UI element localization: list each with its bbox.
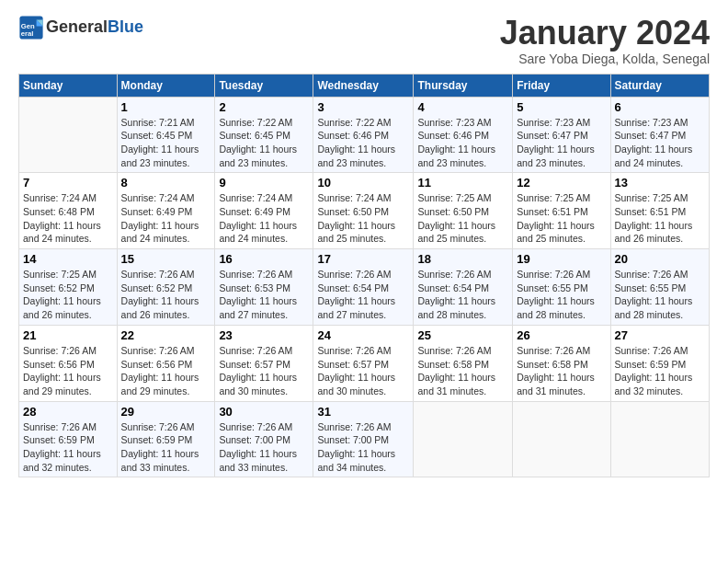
day-info: Sunrise: 7:24 AMSunset: 6:49 PMDaylight:… xyxy=(219,191,309,246)
svg-text:eral: eral xyxy=(21,29,34,38)
day-info: Sunrise: 7:25 AMSunset: 6:52 PMDaylight:… xyxy=(23,268,113,322)
day-info: Sunrise: 7:26 AMSunset: 6:59 PMDaylight:… xyxy=(121,420,211,475)
calendar-cell: 1Sunrise: 7:21 AMSunset: 6:45 PMDaylight… xyxy=(117,97,215,173)
calendar-cell: 22Sunrise: 7:26 AMSunset: 6:56 PMDayligh… xyxy=(117,325,215,401)
location-subtitle: Sare Yoba Diega, Kolda, Senegal xyxy=(500,52,710,66)
calendar-cell: 3Sunrise: 7:22 AMSunset: 6:46 PMDaylight… xyxy=(313,97,414,173)
day-number: 15 xyxy=(121,252,211,266)
logo: Gen eral GeneralBlue xyxy=(18,15,143,40)
day-info: Sunrise: 7:26 AMSunset: 6:54 PMDaylight:… xyxy=(317,268,409,322)
day-info: Sunrise: 7:22 AMSunset: 6:46 PMDaylight:… xyxy=(317,116,409,170)
calendar-cell: 30Sunrise: 7:26 AMSunset: 7:00 PMDayligh… xyxy=(215,401,313,477)
calendar-cell: 10Sunrise: 7:24 AMSunset: 6:50 PMDayligh… xyxy=(313,173,414,249)
calendar-cell: 18Sunrise: 7:26 AMSunset: 6:54 PMDayligh… xyxy=(414,249,513,326)
calendar-cell: 2Sunrise: 7:22 AMSunset: 6:45 PMDaylight… xyxy=(215,97,313,173)
calendar-cell xyxy=(19,97,118,173)
calendar-cell xyxy=(414,401,513,477)
calendar-cell: 25Sunrise: 7:26 AMSunset: 6:58 PMDayligh… xyxy=(414,325,513,401)
page: Gen eral GeneralBlue January 2024 Sare Y… xyxy=(0,0,728,487)
calendar-cell: 21Sunrise: 7:26 AMSunset: 6:56 PMDayligh… xyxy=(19,325,118,401)
weekday-header-friday: Friday xyxy=(513,74,610,97)
logo-general-text: General xyxy=(46,17,108,36)
day-number: 29 xyxy=(121,405,211,419)
logo-text: GeneralBlue xyxy=(46,18,143,37)
day-info: Sunrise: 7:24 AMSunset: 6:50 PMDaylight:… xyxy=(317,191,409,246)
day-number: 22 xyxy=(121,328,211,342)
calendar-cell: 15Sunrise: 7:26 AMSunset: 6:52 PMDayligh… xyxy=(117,249,215,326)
day-number: 28 xyxy=(23,405,113,419)
day-info: Sunrise: 7:26 AMSunset: 7:00 PMDaylight:… xyxy=(317,420,409,475)
calendar-cell: 16Sunrise: 7:26 AMSunset: 6:53 PMDayligh… xyxy=(215,249,313,326)
calendar-week-row: 7Sunrise: 7:24 AMSunset: 6:48 PMDaylight… xyxy=(19,173,710,249)
day-info: Sunrise: 7:25 AMSunset: 6:51 PMDaylight:… xyxy=(615,191,705,246)
day-number: 2 xyxy=(219,100,309,114)
day-info: Sunrise: 7:26 AMSunset: 6:58 PMDaylight:… xyxy=(417,344,508,398)
calendar-cell: 26Sunrise: 7:26 AMSunset: 6:58 PMDayligh… xyxy=(513,325,610,401)
day-number: 24 xyxy=(317,328,409,342)
weekday-header-monday: Monday xyxy=(117,74,215,97)
day-info: Sunrise: 7:26 AMSunset: 6:55 PMDaylight:… xyxy=(615,268,705,322)
calendar-cell: 27Sunrise: 7:26 AMSunset: 6:59 PMDayligh… xyxy=(610,325,709,401)
calendar-cell: 11Sunrise: 7:25 AMSunset: 6:50 PMDayligh… xyxy=(414,173,513,249)
day-info: Sunrise: 7:26 AMSunset: 6:52 PMDaylight:… xyxy=(121,268,211,322)
day-info: Sunrise: 7:24 AMSunset: 6:49 PMDaylight:… xyxy=(121,191,211,246)
day-info: Sunrise: 7:26 AMSunset: 6:59 PMDaylight:… xyxy=(23,420,113,475)
weekday-header-wednesday: Wednesday xyxy=(313,74,414,97)
day-number: 31 xyxy=(317,405,409,419)
day-number: 9 xyxy=(219,176,309,190)
calendar-week-row: 1Sunrise: 7:21 AMSunset: 6:45 PMDaylight… xyxy=(19,97,710,173)
calendar-cell: 4Sunrise: 7:23 AMSunset: 6:46 PMDaylight… xyxy=(414,97,513,173)
day-number: 10 xyxy=(317,176,409,190)
day-info: Sunrise: 7:23 AMSunset: 6:47 PMDaylight:… xyxy=(615,116,705,170)
day-number: 12 xyxy=(517,176,606,190)
day-number: 4 xyxy=(417,100,508,114)
day-number: 23 xyxy=(219,328,309,342)
day-info: Sunrise: 7:26 AMSunset: 6:55 PMDaylight:… xyxy=(517,268,606,322)
weekday-header-sunday: Sunday xyxy=(19,74,118,97)
day-number: 3 xyxy=(317,100,409,114)
weekday-header-row: SundayMondayTuesdayWednesdayThursdayFrid… xyxy=(19,74,710,97)
day-info: Sunrise: 7:25 AMSunset: 6:50 PMDaylight:… xyxy=(417,191,508,246)
calendar-cell xyxy=(513,401,610,477)
day-info: Sunrise: 7:26 AMSunset: 6:56 PMDaylight:… xyxy=(121,344,211,398)
day-info: Sunrise: 7:26 AMSunset: 6:54 PMDaylight:… xyxy=(417,268,508,322)
day-number: 18 xyxy=(417,252,508,266)
calendar-cell: 9Sunrise: 7:24 AMSunset: 6:49 PMDaylight… xyxy=(215,173,313,249)
calendar-cell: 8Sunrise: 7:24 AMSunset: 6:49 PMDaylight… xyxy=(117,173,215,249)
calendar-cell: 14Sunrise: 7:25 AMSunset: 6:52 PMDayligh… xyxy=(19,249,118,326)
day-info: Sunrise: 7:26 AMSunset: 6:58 PMDaylight:… xyxy=(517,344,606,398)
calendar-cell: 23Sunrise: 7:26 AMSunset: 6:57 PMDayligh… xyxy=(215,325,313,401)
title-block: January 2024 Sare Yoba Diega, Kolda, Sen… xyxy=(500,15,710,66)
calendar-cell: 29Sunrise: 7:26 AMSunset: 6:59 PMDayligh… xyxy=(117,401,215,477)
day-info: Sunrise: 7:26 AMSunset: 6:59 PMDaylight:… xyxy=(615,344,705,398)
calendar-table: SundayMondayTuesdayWednesdayThursdayFrid… xyxy=(18,74,710,478)
day-info: Sunrise: 7:26 AMSunset: 6:57 PMDaylight:… xyxy=(317,344,409,398)
day-number: 17 xyxy=(317,252,409,266)
calendar-cell: 31Sunrise: 7:26 AMSunset: 7:00 PMDayligh… xyxy=(313,401,414,477)
day-info: Sunrise: 7:21 AMSunset: 6:45 PMDaylight:… xyxy=(121,116,211,170)
day-number: 30 xyxy=(219,405,309,419)
day-number: 20 xyxy=(615,252,705,266)
logo-icon: Gen eral xyxy=(18,15,44,40)
calendar-cell: 20Sunrise: 7:26 AMSunset: 6:55 PMDayligh… xyxy=(610,249,709,326)
calendar-cell: 17Sunrise: 7:26 AMSunset: 6:54 PMDayligh… xyxy=(313,249,414,326)
month-title: January 2024 xyxy=(500,15,710,52)
day-info: Sunrise: 7:24 AMSunset: 6:48 PMDaylight:… xyxy=(23,191,113,246)
weekday-header-saturday: Saturday xyxy=(610,74,709,97)
calendar-cell: 6Sunrise: 7:23 AMSunset: 6:47 PMDaylight… xyxy=(610,97,709,173)
day-number: 14 xyxy=(23,252,113,266)
day-info: Sunrise: 7:23 AMSunset: 6:46 PMDaylight:… xyxy=(417,116,508,170)
calendar-week-row: 21Sunrise: 7:26 AMSunset: 6:56 PMDayligh… xyxy=(19,325,710,401)
day-info: Sunrise: 7:22 AMSunset: 6:45 PMDaylight:… xyxy=(219,116,309,170)
calendar-cell: 7Sunrise: 7:24 AMSunset: 6:48 PMDaylight… xyxy=(19,173,118,249)
calendar-cell xyxy=(610,401,709,477)
calendar-cell: 24Sunrise: 7:26 AMSunset: 6:57 PMDayligh… xyxy=(313,325,414,401)
day-number: 26 xyxy=(517,328,606,342)
logo-blue-text: Blue xyxy=(108,17,143,36)
calendar-cell: 28Sunrise: 7:26 AMSunset: 6:59 PMDayligh… xyxy=(19,401,118,477)
calendar-cell: 19Sunrise: 7:26 AMSunset: 6:55 PMDayligh… xyxy=(513,249,610,326)
day-info: Sunrise: 7:23 AMSunset: 6:47 PMDaylight:… xyxy=(517,116,606,170)
day-info: Sunrise: 7:25 AMSunset: 6:51 PMDaylight:… xyxy=(517,191,606,246)
day-info: Sunrise: 7:26 AMSunset: 6:53 PMDaylight:… xyxy=(219,268,309,322)
day-number: 27 xyxy=(615,328,705,342)
